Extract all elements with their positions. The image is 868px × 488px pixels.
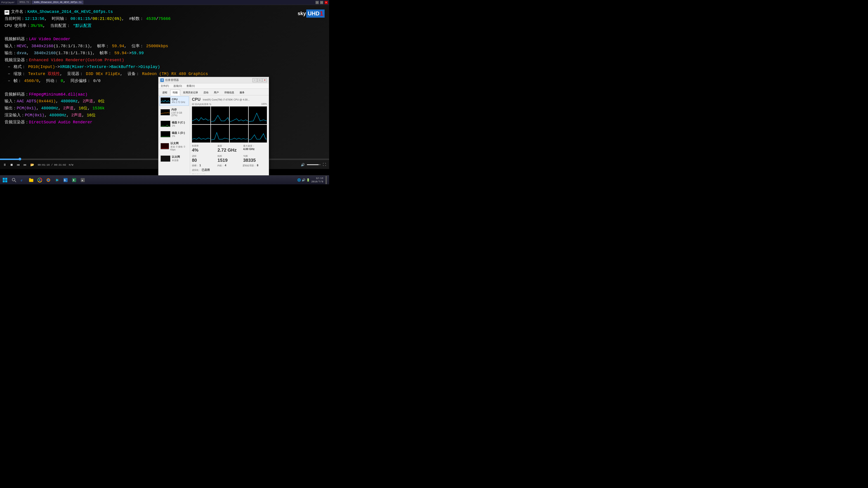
core0-svg	[192, 107, 210, 124]
disk1-mini-graph	[160, 131, 170, 137]
resource-disk1[interactable]: 磁盘 1 (D:) 1%	[159, 130, 189, 139]
start-button[interactable]	[1, 176, 9, 184]
vinput-label: 输入：	[4, 43, 17, 50]
cpu-detail-model: Intel(R) Core(TM) i7-6700K CPU @ 4.00...	[203, 98, 250, 101]
fmt-arrow1: ->	[55, 64, 60, 70]
volume-fill	[307, 164, 318, 165]
sky-uhd-logo: sky U HD 1	[298, 9, 324, 18]
format-line: － 格式： P010(Input) -> XRGB(Mixer->Texture…	[4, 64, 208, 70]
vrend-value: Enhanced Video Renderer(Custom Present)	[29, 57, 124, 64]
tm-left-panel: CPU 4% 2.72 GHz 内存 2.9/7.9 GB (37%)	[158, 95, 190, 174]
taskbar-item-app6[interactable]: G	[61, 176, 70, 184]
volume-bar[interactable]	[307, 164, 320, 165]
title-bar-tabs: MPEG.TS KARA_Showcase_2014_4K_HEVC_60fps…	[18, 0, 84, 4]
tm-tab-performance[interactable]: 性能	[170, 90, 180, 95]
taskbar-item-excel[interactable]: X	[70, 176, 78, 184]
maximize-button[interactable]: □	[320, 1, 323, 4]
tm-tab-details[interactable]: 详细信息	[222, 90, 237, 95]
taskbar-item-potplayer[interactable]	[53, 176, 61, 184]
arend-label: 音频渲染器：	[4, 119, 29, 126]
frames-slash: /	[156, 15, 158, 22]
task-manager-window: ⚙ 任务管理器 − □ ✕ 文件(F) 选项(O) 查看(V) 进程 性能 应用…	[158, 77, 269, 176]
uhd-text: U	[308, 10, 311, 17]
cpu-pct: 3%/5%	[31, 23, 43, 29]
tm-maximize-button[interactable]: □	[257, 78, 262, 82]
aout-codec: PCM(0x1)	[17, 105, 36, 111]
cpu-mini-svg	[161, 98, 170, 103]
svg-rect-3	[5, 180, 7, 182]
core2-svg	[230, 107, 248, 124]
vdec-label: 视频解码器：	[4, 36, 29, 42]
cpu-runtime-section: 正常运行时间 0:13:13:38	[192, 173, 267, 174]
tm-menu-options[interactable]: 选项(O)	[173, 84, 183, 88]
show-desktop-button[interactable]	[326, 176, 327, 184]
cpu-utilization-stat: 利用率 4%	[192, 144, 216, 153]
tab-file[interactable]: KARA_Showcase_2014_4K_HEVC_60fps.ts	[32, 0, 84, 4]
taskbar-item-firefox[interactable]	[44, 176, 53, 184]
vinput-br: 25000kbps	[146, 43, 168, 50]
tm-close-button[interactable]: ✕	[262, 78, 267, 82]
arinput-sep1: ,	[44, 112, 49, 119]
minimize-button[interactable]: −	[315, 1, 319, 4]
play-pause-button[interactable]: ⏸	[2, 163, 7, 167]
timeline-total: 00:21:02	[92, 15, 112, 22]
resource-ethernet-active[interactable]: 以太网 发送: 0 接收: 0 Kbps	[159, 140, 189, 153]
tab-mpeg[interactable]: MPEG.TS	[18, 0, 31, 4]
tm-tab-services[interactable]: 服务	[237, 90, 247, 95]
clock-time: 12:13	[311, 177, 323, 180]
tm-menu-file[interactable]: 文件(F)	[160, 84, 170, 88]
stop-button[interactable]: ⏹	[9, 163, 14, 167]
cpu-graph-label-text: 60 秒内的利用率 %	[192, 103, 211, 106]
tm-minimize-button[interactable]: −	[252, 78, 257, 82]
resource-disk0[interactable]: 磁盘 0 (C:) 1%	[159, 120, 189, 129]
cpu-proc-value: 80	[192, 158, 216, 163]
tm-tab-startup[interactable]: 启动	[201, 90, 211, 95]
config-label: , 当前配置：	[43, 23, 73, 29]
hw-mode: H/W	[69, 164, 73, 166]
resource-ethernet-inactive[interactable]: 以太网 未连接	[159, 154, 189, 164]
volume-icon[interactable]: 🔊	[302, 178, 305, 182]
windows-icon	[2, 177, 7, 183]
cpu-max-speed-value: 4.00 GHz	[243, 148, 267, 151]
close-button[interactable]: ✕	[324, 1, 328, 4]
tm-menu-view[interactable]: 查看(V)	[186, 84, 196, 88]
taskbar-item-app8[interactable]: ◈	[79, 176, 87, 184]
cpu-sockets-label: 插槽：	[192, 164, 199, 167]
time-line: 当前时间： 12:13:56 , 时间轴： 00:01:15 / 00:21:0…	[4, 15, 208, 22]
taskbar-item-chrome[interactable]	[36, 176, 44, 184]
cpu-speed-stat: 速度 2.72 GHz	[217, 144, 241, 153]
resource-memory[interactable]: 内存 2.9/7.9 GB (37%)	[159, 107, 189, 119]
eth-inactive-mini-graph	[160, 156, 170, 162]
next-button[interactable]: ⏭	[23, 163, 28, 167]
cpu-core-0-graph	[192, 106, 211, 124]
ainput-channels: 2声道	[83, 98, 93, 105]
vinput-sep: ,	[26, 43, 31, 50]
tm-tab-process[interactable]: 进程	[160, 90, 170, 95]
taskbar-item-ie[interactable]: e	[19, 176, 27, 184]
svg-text:e: e	[21, 178, 22, 182]
ainput-hex: (0x4441)	[36, 98, 56, 105]
tm-tab-app-history[interactable]: 应用历史记录	[181, 90, 200, 95]
resource-cpu[interactable]: CPU 4% 2.72 GHz	[159, 96, 189, 106]
taskbar-item-explorer[interactable]	[27, 176, 35, 184]
taskbar: e	[0, 175, 329, 184]
tm-tab-users[interactable]: 用户	[211, 90, 221, 95]
ie-icon: e	[20, 177, 25, 183]
frames-label: , #帧数：	[122, 15, 146, 22]
taskbar-item-search[interactable]	[10, 176, 18, 184]
disk0-mini-graph	[160, 121, 170, 127]
cpu-resource-name: CPU	[172, 98, 185, 101]
taskbar-clock[interactable]: 12:13 2016/7/8	[311, 177, 323, 183]
mute-button[interactable]: 🔊	[300, 162, 306, 167]
fmt-input: P010(Input)	[28, 64, 55, 70]
core7-svg	[249, 125, 267, 142]
fullscreen-button[interactable]: ⛶	[322, 162, 327, 167]
svg-rect-0	[3, 178, 5, 180]
taskbar-items: e	[10, 176, 87, 184]
prev-button[interactable]: ⏮	[16, 163, 21, 167]
ainput-rate: 48000Hz	[61, 98, 78, 105]
cpu-proc-label: 进程	[192, 155, 216, 158]
frame-value: 4560/0	[24, 78, 39, 84]
ainput-sep3: ,	[93, 98, 98, 105]
open-button[interactable]: 📂	[29, 162, 35, 167]
